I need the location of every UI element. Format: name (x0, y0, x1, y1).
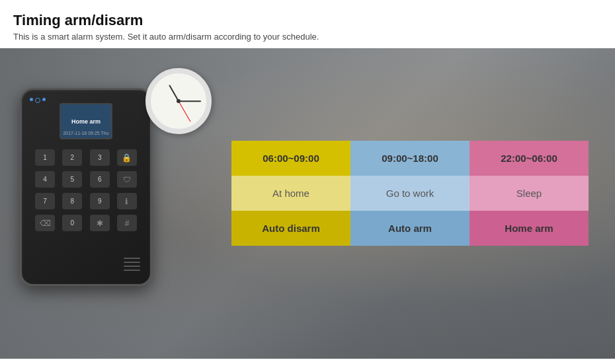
page-subtitle: This is a smart alarm system. Set it aut… (13, 32, 602, 42)
keypad-row-3: 7 8 9 ℹ (35, 193, 137, 209)
action-3: Home arm (470, 211, 589, 246)
schedule-action-row: Auto disarm Auto arm Home arm (231, 211, 589, 246)
clock (145, 68, 212, 134)
schedule-time-row: 06:00~09:00 09:00~18:00 22:00~06:00 (231, 141, 589, 176)
keypad-row-4: ⌫ 0 ✱ # (35, 215, 137, 231)
clock-center (177, 99, 181, 103)
page-title: Timing arm/disarm (13, 12, 602, 29)
key-2: 2 (62, 149, 82, 166)
action-1: Auto disarm (231, 211, 350, 246)
status-dot-2 (42, 98, 46, 101)
key-star-icon: ✱ (90, 215, 110, 231)
keypad-row-2: 4 5 6 🛡 (35, 171, 137, 188)
device-vents (124, 258, 140, 271)
background-image: Home arm 2017-11-18 09:25 Thu 1 2 3 🔒 4 … (0, 48, 615, 359)
key-shield-icon: 🛡 (117, 171, 137, 188)
clock-face (145, 68, 212, 134)
key-info-icon: ℹ (117, 193, 137, 209)
key-0: 0 (62, 215, 82, 231)
clock-minute-hand (179, 100, 201, 102)
key-1: 1 (35, 149, 55, 166)
key-5: 5 (62, 171, 82, 188)
key-3: 3 (90, 149, 110, 166)
header-section: Timing arm/disarm This is a smart alarm … (0, 0, 615, 48)
screen-label: Home arm (71, 118, 101, 125)
key-4: 4 (35, 171, 55, 188)
schedule-activity-row: At home Go to work Sleep (231, 176, 589, 211)
action-2: Auto arm (350, 211, 470, 246)
activity-1: At home (231, 176, 350, 211)
key-hash-icon: # (117, 215, 137, 231)
time-slot-2: 09:00~18:00 (350, 141, 470, 176)
key-9: 9 (90, 193, 110, 209)
wifi-icon (35, 98, 40, 103)
key-8: 8 (62, 193, 82, 209)
main-image-container: Home arm 2017-11-18 09:25 Thu 1 2 3 🔒 4 … (0, 48, 615, 359)
clock-second-hand (179, 101, 191, 122)
keypad-row-1: 1 2 3 🔒 (35, 149, 137, 166)
key-back-icon: ⌫ (35, 215, 55, 231)
key-6: 6 (90, 171, 110, 188)
screen-datetime: 2017-11-18 09:25 Thu (61, 131, 111, 135)
activity-2: Go to work (350, 176, 470, 211)
alarm-device: Home arm 2017-11-18 09:25 Thu 1 2 3 🔒 4 … (20, 88, 165, 299)
activity-3: Sleep (470, 176, 589, 211)
key-lock-icon: 🔒 (117, 149, 137, 166)
time-slot-3: 22:00~06:00 (470, 141, 589, 176)
status-dot-1 (30, 98, 33, 101)
schedule-table: 06:00~09:00 09:00~18:00 22:00~06:00 At h… (231, 141, 589, 246)
keypad: 1 2 3 🔒 4 5 6 🛡 7 8 9 (35, 149, 137, 237)
time-slot-1: 06:00~09:00 (231, 141, 350, 176)
key-7: 7 (35, 193, 55, 209)
device-status-icons (30, 98, 46, 103)
device-body: Home arm 2017-11-18 09:25 Thu 1 2 3 🔒 4 … (20, 88, 152, 286)
device-screen: Home arm 2017-11-18 09:25 Thu (60, 103, 112, 139)
